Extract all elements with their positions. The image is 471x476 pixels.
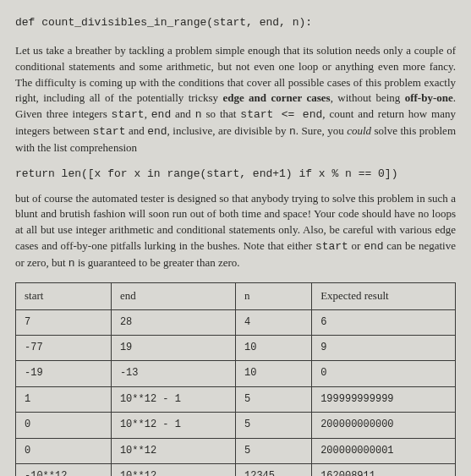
table-cell: 10**12 <box>111 464 235 477</box>
table-cell: 0 <box>16 413 112 438</box>
table-cell: 10 <box>235 336 311 361</box>
table-row: 010**125200000000001 <box>16 438 456 463</box>
table-cell: 28 <box>111 309 235 335</box>
text: and <box>171 107 195 120</box>
table-cell: 5 <box>235 438 311 463</box>
text: so that <box>202 107 241 120</box>
inline-code: n <box>195 108 202 121</box>
table-cell: 199999999999 <box>312 386 456 412</box>
bold-text: edge and corner cases <box>222 91 330 104</box>
table-header-row: start end n Expected result <box>16 282 456 309</box>
table-cell: -10**12 <box>16 464 112 477</box>
table-cell: 10**12 - 1 <box>111 413 235 438</box>
table-cell: 5 <box>235 386 311 412</box>
text: . Sure, you <box>296 124 347 137</box>
paragraph-1: Let us take a breather by tackling a pro… <box>15 43 456 156</box>
table-cell: 0 <box>312 361 456 386</box>
text: is guaranteed to be greater than zero. <box>75 256 240 269</box>
header-expected: Expected result <box>312 282 456 309</box>
header-end: end <box>111 282 235 309</box>
inline-code: end <box>151 108 171 121</box>
table-row: 010**12 - 15200000000000 <box>16 413 456 438</box>
inline-code: end <box>147 125 167 138</box>
table-row: 72846 <box>16 309 456 335</box>
table-cell: 19 <box>111 336 235 361</box>
text: , inclusive, are divisible by <box>167 124 289 137</box>
table-cell: 7 <box>16 309 112 335</box>
table-cell: 162008911 <box>312 464 456 477</box>
table-cell: 10**12 - 1 <box>111 386 235 412</box>
examples-table: start end n Expected result 72846-771910… <box>15 282 456 476</box>
table-cell: 5 <box>235 413 311 438</box>
inline-code: start <box>92 125 125 138</box>
table-cell: 12345 <box>235 464 311 477</box>
table-cell: -13 <box>111 361 235 386</box>
table-cell: 4 <box>235 309 311 335</box>
inline-code: start <box>112 108 145 121</box>
inline-code: start <box>315 240 348 253</box>
table-row: -10**1210**1212345162008911 <box>16 464 456 477</box>
table-cell: -19 <box>16 361 112 386</box>
inline-code: n <box>289 125 296 138</box>
table-cell: -77 <box>16 336 112 361</box>
text: and <box>125 124 147 137</box>
table-cell: 200000000001 <box>312 438 456 463</box>
table-cell: 1 <box>16 386 112 412</box>
paragraph-2: but of course the automated tester is de… <box>15 191 456 272</box>
code-line: return len([x for x in range(start, end+… <box>15 167 456 183</box>
table-cell: 6 <box>312 309 456 335</box>
function-signature: def count_divisibles_in_range(start, end… <box>15 15 456 31</box>
table-cell: 10 <box>235 361 311 386</box>
header-start: start <box>16 282 112 309</box>
table-row: 110**12 - 15199999999999 <box>16 386 456 412</box>
italic-text: could <box>347 124 371 137</box>
inline-code: n <box>68 257 75 270</box>
table-cell: 9 <box>312 336 456 361</box>
table-row: -19-13100 <box>16 361 456 386</box>
inline-code: start <= end <box>240 108 322 121</box>
table-cell: 0 <box>16 438 112 463</box>
text: or <box>348 239 364 252</box>
text: , without being <box>331 91 405 104</box>
table-row: -7719109 <box>16 336 456 361</box>
table-cell: 10**12 <box>111 438 235 463</box>
bold-text: off-by-one <box>405 91 453 104</box>
text: , <box>145 107 151 120</box>
inline-code: end <box>364 240 383 253</box>
table-cell: 200000000000 <box>312 413 456 438</box>
header-n: n <box>235 282 311 309</box>
